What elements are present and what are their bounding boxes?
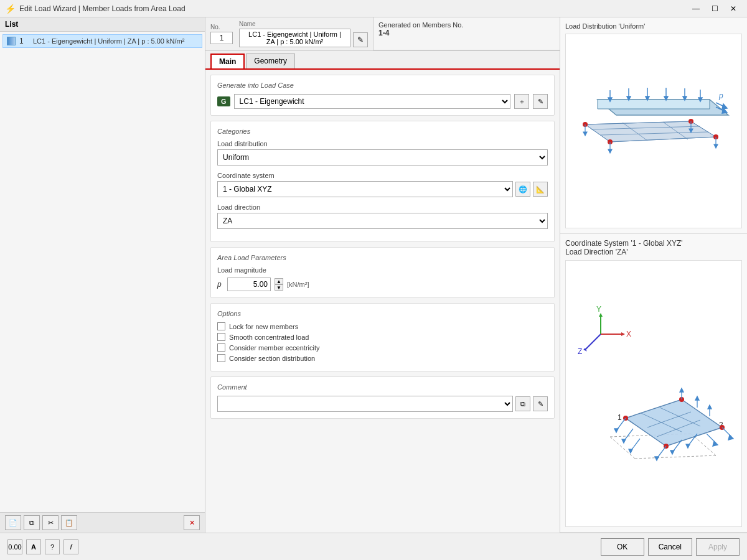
comment-input[interactable] [217, 396, 513, 412]
load-dist-select[interactable]: Uniform Linear Varying [217, 149, 548, 166]
svg-text:1: 1 [618, 413, 622, 422]
cancel-button[interactable]: Cancel [648, 538, 692, 556]
svg-marker-67 [622, 439, 626, 443]
generate-section-title: Generate into Load Case [217, 82, 548, 89]
svg-marker-73 [713, 441, 718, 446]
name-value: LC1 - Eigengewicht | Uniform | ZA | p : … [239, 29, 350, 47]
tab-geometry[interactable]: Geometry [246, 54, 295, 68]
list-item-number: 1 [19, 37, 29, 45]
comment-copy-button[interactable]: ⧉ [515, 396, 530, 411]
close-button[interactable]: ✕ [725, 2, 742, 15]
load-dir-label: Load direction [217, 203, 548, 211]
eccentricity-checkbox[interactable] [217, 343, 225, 352]
load-dir-select[interactable]: ZA ZB XA YA [217, 213, 548, 229]
right-panel: Load Distribution 'Uniform' [560, 17, 747, 533]
lock-label[interactable]: Lock for new members [229, 323, 298, 330]
comment-row: ⧉ ✎ [217, 396, 548, 412]
p-decrement-button[interactable]: ▼ [275, 284, 283, 291]
svg-marker-33 [583, 132, 587, 136]
load-dir-field: ZA ZB XA YA [217, 213, 548, 229]
coord-icon2-button[interactable]: 📐 [533, 182, 548, 197]
p-spinners: ▲ ▼ [275, 278, 283, 291]
area-load-title: Area Load Parameters [217, 254, 548, 261]
svg-text:X: X [626, 330, 631, 338]
option-row-3: Consider member eccentricity [217, 343, 548, 352]
load-mag-row: p ▲ ▼ [kN/m²] [217, 278, 548, 291]
svg-marker-17 [722, 108, 727, 113]
window-title: Edit Load Wizard | Member Loads from Are… [19, 4, 684, 13]
edit-lc-button[interactable]: ✎ [533, 94, 548, 109]
axes: Z Y X [578, 305, 631, 356]
coord-icon1-button[interactable]: 🌐 [515, 182, 530, 197]
ok-button[interactable]: OK [601, 538, 644, 556]
tab-main[interactable]: Main [210, 54, 245, 68]
edit-name-button[interactable]: ✎ [353, 32, 368, 47]
svg-marker-75 [680, 388, 684, 392]
form-area: Generate into Load Case G LC1 - Eigengew… [205, 70, 560, 533]
p-input[interactable] [227, 278, 271, 291]
maximize-button[interactable]: ☐ [706, 2, 723, 15]
add-lc-button[interactable]: ＋ [514, 94, 529, 109]
load-mag-label: Load magnitude [217, 266, 548, 274]
generate-section: Generate into Load Case G LC1 - Eigengew… [210, 75, 555, 116]
value-display-button[interactable]: 0.00 [7, 539, 22, 554]
section-dist-checkbox[interactable] [217, 354, 225, 362]
gen-value: 1-4 [378, 29, 555, 37]
svg-marker-81 [655, 457, 659, 460]
viz1-section: Load Distribution 'Uniform' [560, 17, 747, 234]
load-distribution-group: Load distribution Uniform Linear Varying [217, 140, 548, 166]
footer-left-tools: 0.00 A ? f [7, 539, 597, 554]
list-area: 1 LC1 - Eigengewicht | Uniform | ZA | p … [0, 32, 205, 512]
p-increment-button[interactable]: ▲ [275, 278, 283, 284]
p-unit: [kN/m²] [287, 281, 309, 288]
lock-checkbox[interactable] [217, 322, 225, 330]
info-bar: No. 1 Name LC1 - Eigengewicht | Uniform … [205, 17, 560, 51]
paste-button[interactable]: 📋 [61, 515, 77, 530]
viz1-svg: p [566, 62, 741, 199]
delete-button[interactable]: ✕ [184, 515, 200, 530]
svg-marker-77 [695, 396, 699, 400]
minimize-button[interactable]: — [687, 2, 705, 15]
option-row-2: Smooth concentrated load [217, 333, 548, 341]
apply-button[interactable]: Apply [696, 538, 740, 556]
tabs-bar: Main Geometry [205, 51, 560, 70]
svg-marker-69 [629, 449, 632, 453]
load-dir-group: Load direction ZA ZB XA YA [217, 203, 548, 229]
load-case-select[interactable]: LC1 - Eigengewicht [234, 94, 510, 109]
svg-marker-65 [614, 429, 618, 432]
smooth-checkbox[interactable] [217, 333, 225, 341]
viz2-svg: Z Y X [566, 303, 741, 483]
eccentricity-label[interactable]: Consider member eccentricity [229, 344, 320, 352]
window-controls: — ☐ ✕ [687, 2, 742, 15]
section-dist-label[interactable]: Consider section distribution [229, 355, 315, 362]
svg-marker-79 [708, 405, 712, 409]
no-name-fields: No. 1 Name LC1 - Eigengewicht | Uniform … [205, 17, 373, 50]
no-value: 1 [210, 32, 233, 44]
comment-section: Comment ⧉ ✎ [210, 376, 555, 419]
smooth-label[interactable]: Smooth concentrated load [229, 334, 309, 341]
copy-button[interactable]: ⧉ [24, 515, 40, 530]
list-item-text: LC1 - Eigengewicht | Uniform | ZA | p : … [33, 37, 184, 45]
svg-text:Y: Y [596, 305, 601, 314]
list-panel-header: List [0, 17, 205, 32]
svg-marker-15 [722, 104, 727, 109]
viz2-title: Coordinate System '1 - Global XYZ' Load … [565, 239, 742, 256]
comment-edit-button[interactable]: ✎ [533, 396, 548, 411]
svg-text:p: p [718, 91, 723, 100]
load-dist-field: Uniform Linear Varying [217, 149, 548, 166]
svg-line-40 [585, 334, 601, 350]
cut-button[interactable]: ✂ [42, 515, 59, 530]
no-field: No. 1 [210, 24, 233, 44]
svg-marker-1 [598, 100, 710, 109]
list-item-icon [7, 37, 16, 45]
middle-panel: No. 1 Name LC1 - Eigengewicht | Uniform … [205, 17, 560, 533]
list-toolbar: 📄 ⧉ ✂ 📋 ✕ [0, 512, 205, 533]
dialog-footer: 0.00 A ? f OK Cancel Apply [0, 533, 747, 560]
coord-sys-select[interactable]: 1 - Global XYZ Local [217, 181, 513, 197]
add-button[interactable]: 📄 [5, 515, 21, 530]
list-item[interactable]: 1 LC1 - Eigengewicht | Uniform | ZA | p … [2, 34, 202, 48]
coord-sys-label: Coordinate system [217, 172, 548, 179]
font-button[interactable]: A [26, 539, 41, 554]
help-button[interactable]: ? [45, 539, 60, 554]
formula-button[interactable]: f [63, 539, 78, 554]
